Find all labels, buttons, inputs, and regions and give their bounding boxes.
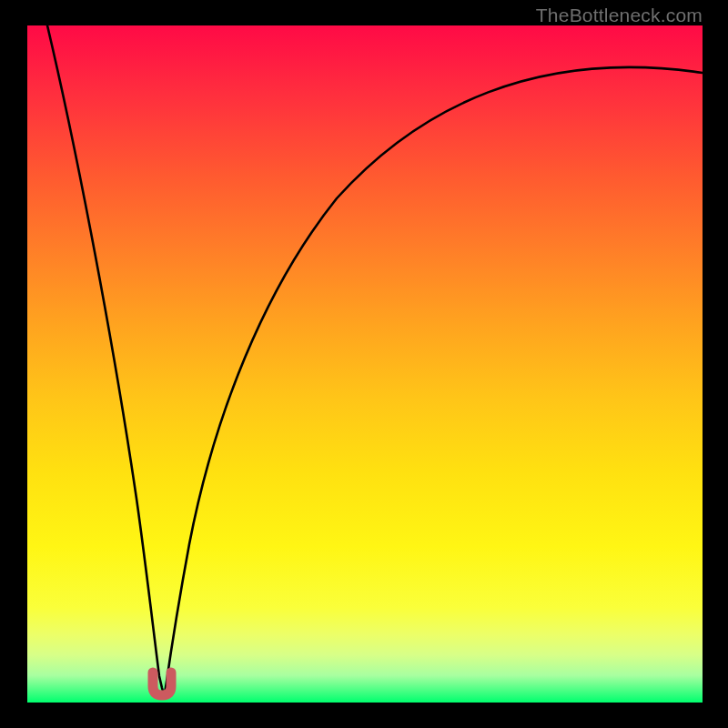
- curve-layer: [27, 25, 703, 703]
- chart-frame: TheBottleneck.com: [0, 0, 728, 728]
- watermark-text: TheBottleneck.com: [536, 5, 703, 26]
- bottleneck-curve: [47, 25, 703, 693]
- plot-area: [27, 25, 703, 703]
